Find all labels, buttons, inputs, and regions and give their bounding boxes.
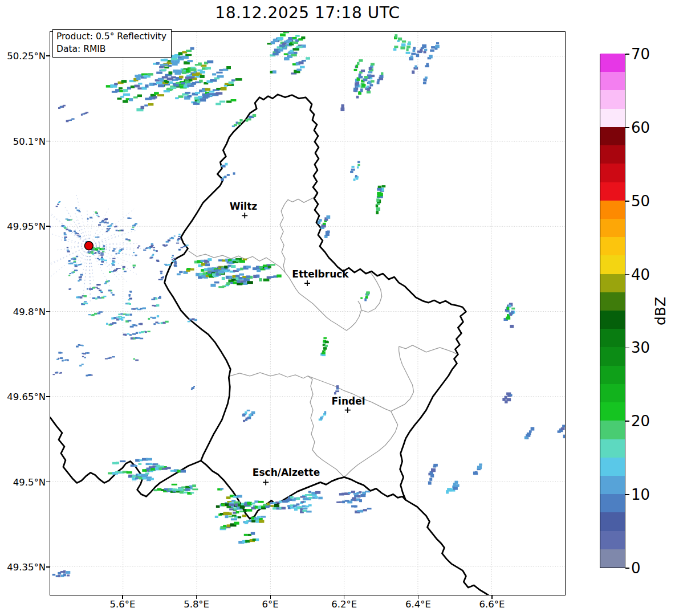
canton-border-grevenmacher-west: [391, 346, 414, 411]
echo-cell: [156, 81, 162, 84]
echo-cell: [76, 256, 78, 258]
echo-cell: [455, 484, 460, 487]
echo-cell: [102, 251, 104, 252]
echo-cell: [308, 491, 311, 493]
echo-cell: [479, 463, 482, 466]
echo-cell: [157, 260, 159, 262]
echo-cell: [133, 267, 135, 268]
echo-cell: [150, 317, 152, 318]
echo-cell: [95, 211, 97, 213]
echo-cell: [136, 325, 138, 327]
canton-border-clervaux: [280, 194, 318, 272]
echo-cell: [58, 202, 60, 203]
echo-cell: [97, 312, 100, 314]
echo-cell: [367, 91, 371, 93]
echo-cell: [223, 512, 229, 514]
echo-cell: [76, 235, 79, 236]
echo-cell: [109, 357, 112, 358]
echo-cell: [137, 474, 141, 476]
echo-cell: [127, 333, 129, 334]
echo-cell: [371, 63, 375, 66]
colorbar-segment: [600, 439, 625, 458]
echo-cell: [127, 239, 130, 240]
echo-cell: [145, 331, 147, 333]
echo-cell: [147, 331, 150, 333]
echo-cell: [119, 87, 123, 89]
echo-cell: [100, 252, 103, 254]
echo-cell: [339, 501, 343, 503]
echo-cell: [130, 326, 134, 328]
echo-cell: [192, 387, 194, 389]
echo-cell: [67, 574, 70, 576]
echo-cell: [66, 218, 68, 219]
echo-cell: [64, 227, 66, 229]
echo-cell: [68, 219, 71, 221]
echo-cell: [160, 279, 163, 280]
echo-cell: [129, 218, 132, 219]
graticule-grid: [50, 32, 565, 595]
echo-cell: [247, 417, 251, 419]
echo-cell: [412, 71, 414, 74]
echo-cell: [107, 230, 109, 231]
clutter-spoke: [50, 213, 89, 246]
echo-cell: [100, 254, 103, 255]
echo-cell: [300, 496, 306, 497]
echo-cell: [151, 468, 155, 470]
echo-cell: [178, 52, 183, 55]
city-marker-cross: [304, 280, 310, 286]
echo-cell: [221, 504, 225, 506]
echo-cell: [68, 260, 70, 262]
echo-cell: [380, 75, 384, 77]
echo-cell: [121, 319, 123, 321]
echo-cell: [429, 55, 433, 58]
echo-cell: [154, 317, 156, 319]
echo-cell: [177, 240, 179, 242]
echo-cell: [280, 34, 286, 36]
echo-cell: [364, 298, 367, 301]
echo-cell: [506, 398, 511, 401]
echo-cell: [119, 472, 123, 474]
echo-cell: [424, 49, 427, 51]
echo-cell: [524, 436, 528, 439]
echo-cell: [109, 228, 111, 229]
echo-cell: [402, 40, 406, 43]
lat-tick-label: 50.1°N: [13, 136, 46, 146]
echo-cell: [115, 226, 117, 227]
echo-cell: [135, 255, 137, 256]
echo-cell: [131, 85, 135, 88]
echo-cell: [112, 250, 115, 252]
echo-cell: [164, 59, 168, 62]
echo-cell: [270, 276, 274, 278]
echo-cell: [318, 497, 323, 500]
echo-cell: [164, 264, 167, 265]
france-belgium-border: [50, 418, 201, 497]
lon-tick-mark: [196, 595, 197, 599]
echo-cell: [376, 211, 379, 214]
data-source-line: Data: RMIB: [56, 43, 166, 56]
echo-cell: [120, 313, 123, 315]
echo-cell: [133, 324, 136, 326]
echo-cell: [140, 106, 144, 109]
echo-cell: [95, 297, 97, 299]
echo-cell: [117, 268, 120, 269]
clutter-spoke: [89, 211, 94, 246]
echo-cell: [326, 215, 330, 219]
lat-tick-label: 49.95°N: [7, 221, 46, 232]
echo-cell: [205, 263, 210, 266]
canton-border-north: [188, 251, 361, 331]
echo-cell: [79, 211, 81, 213]
echo-cell: [80, 296, 83, 298]
echo-cell: [75, 207, 77, 209]
echo-cell: [360, 510, 363, 513]
echo-cell: [80, 274, 83, 276]
echo-cell: [356, 177, 359, 180]
colorbar-tick-mark: [625, 274, 629, 275]
colorbar-tick-mark: [625, 348, 629, 349]
lat-tick-mark: [46, 226, 50, 226]
echo-cell: [357, 164, 360, 166]
echo-cell: [477, 466, 482, 469]
echo-cell: [129, 334, 132, 336]
echo-cell: [117, 97, 121, 100]
lon-tick-label: 5.8°E: [184, 599, 209, 610]
echo-cell: [294, 508, 298, 511]
